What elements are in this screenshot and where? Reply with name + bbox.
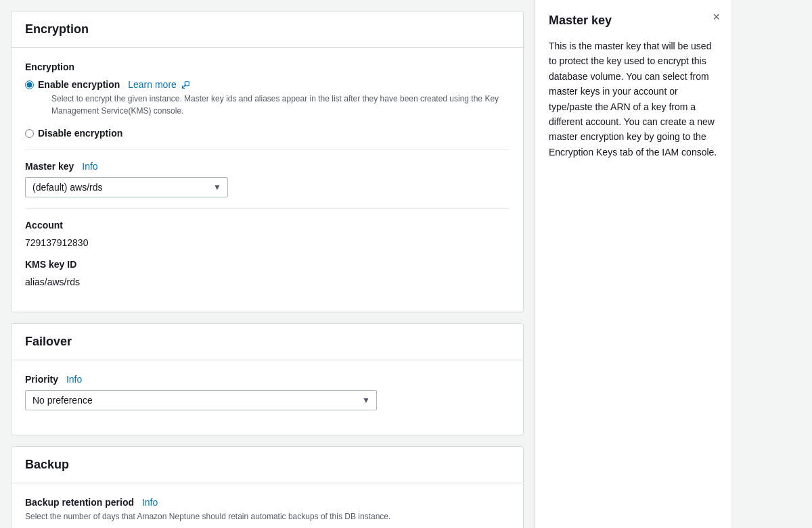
kms-key-id-label: KMS key ID xyxy=(25,259,510,270)
external-link-icon xyxy=(181,81,189,89)
learn-more-link[interactable]: Learn more xyxy=(128,79,189,90)
enable-encryption-option: Enable encryption Learn more Select to e… xyxy=(25,79,510,117)
disable-encryption-radio[interactable] xyxy=(25,129,34,138)
master-key-label: Master key xyxy=(25,161,74,172)
failover-panel: Failover Priority Info No preference ▼ xyxy=(11,323,524,435)
backup-panel: Backup Backup retention period Info Sele… xyxy=(11,446,524,528)
priority-info-link[interactable]: Info xyxy=(66,374,82,385)
backup-retention-field: Backup retention period Info Select the … xyxy=(25,497,510,528)
backup-retention-description: Select the number of days that Amazon Ne… xyxy=(25,510,510,523)
kms-key-id-field: KMS key ID alias/aws/rds xyxy=(25,259,510,287)
encryption-panel-header: Encryption xyxy=(12,11,523,48)
master-key-info-link[interactable]: Info xyxy=(82,161,97,172)
backup-panel-header: Backup xyxy=(12,447,523,483)
kms-key-id-value: alias/aws/rds xyxy=(25,277,510,287)
failover-title: Failover xyxy=(25,335,510,349)
account-value: 729137912830 xyxy=(25,237,510,248)
master-key-select[interactable]: (default) aws/rds xyxy=(25,177,228,197)
priority-select[interactable]: No preference xyxy=(25,390,377,410)
master-key-select-wrapper: (default) aws/rds ▼ xyxy=(25,177,228,197)
priority-select-wrapper: No preference ▼ xyxy=(25,390,377,410)
encryption-section-label: Encryption xyxy=(25,62,510,72)
backup-retention-label: Backup retention period xyxy=(25,497,134,508)
encryption-radio-group: Enable encryption Learn more Select to e… xyxy=(25,79,510,139)
enable-encryption-description: Select to encrypt the given instance. Ma… xyxy=(51,93,510,117)
enable-encryption-label[interactable]: Enable encryption xyxy=(38,79,120,90)
master-key-field: Master key Info (default) aws/rds ▼ xyxy=(25,161,510,197)
enable-encryption-radio[interactable] xyxy=(25,80,34,89)
encryption-title: Encryption xyxy=(25,22,510,37)
priority-field: Priority Info No preference ▼ xyxy=(25,374,510,410)
backup-title: Backup xyxy=(25,458,510,472)
failover-panel-header: Failover xyxy=(12,324,523,360)
master-key-panel-description: This is the master key that will be used… xyxy=(549,39,717,160)
account-field: Account 729137912830 xyxy=(25,220,510,248)
encryption-panel-body: Encryption Enable encryption Learn more xyxy=(12,48,523,312)
failover-panel-body: Priority Info No preference ▼ xyxy=(12,360,523,435)
account-label: Account xyxy=(25,220,510,231)
disable-encryption-option: Disable encryption xyxy=(25,128,510,139)
disable-encryption-label[interactable]: Disable encryption xyxy=(38,128,122,139)
encryption-panel: Encryption Encryption Enable encryption … xyxy=(11,11,524,312)
backup-panel-body: Backup retention period Info Select the … xyxy=(12,483,523,528)
priority-label: Priority xyxy=(25,374,58,385)
master-key-panel-title: Master key xyxy=(549,14,717,28)
master-key-panel-close-button[interactable]: × xyxy=(713,11,720,23)
backup-retention-info-link[interactable]: Info xyxy=(142,497,158,508)
master-key-right-panel: × Master key This is the master key that… xyxy=(535,0,731,528)
